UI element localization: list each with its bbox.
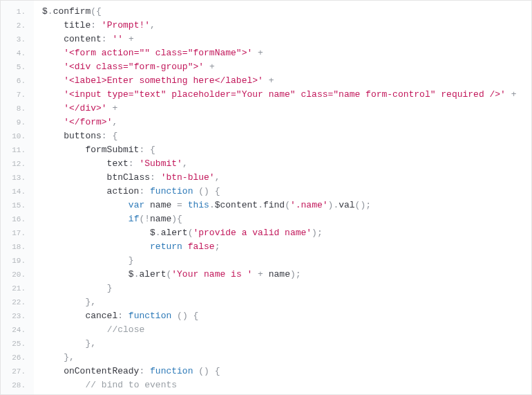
line-number: 12. (1, 157, 34, 171)
token-plain: formSubmit (42, 145, 139, 155)
token-punc: ( (285, 200, 290, 210)
line-number: 5. (1, 60, 34, 74)
token-plain (42, 89, 64, 100)
token-punc: , (150, 20, 155, 30)
token-plain (42, 200, 129, 210)
token-plain: name (150, 214, 171, 224)
line-number: 7. (1, 88, 34, 102)
line-number: 17. (1, 226, 34, 240)
token-str: 'btn-blue' (161, 172, 215, 183)
token-punc: ) (204, 186, 209, 196)
code-line: '<label>Enter something here</label>' + (42, 74, 531, 88)
token-str: '<form action="" class="formName">' (64, 48, 252, 58)
token-plain (42, 48, 64, 58)
line-number: 24. (1, 323, 34, 337)
token-punc: + (129, 34, 134, 44)
token-plain: val (339, 200, 354, 210)
token-plain: action (42, 186, 139, 196)
code-line: // bind to events (42, 378, 531, 392)
token-plain: btnClass (42, 172, 150, 183)
token-punc: + (269, 75, 274, 86)
token-plain: confirm (53, 6, 91, 17)
code-line: onContentReady: function () { (42, 365, 531, 378)
token-punc: ( (198, 366, 204, 376)
code-area[interactable]: $.confirm({ title: 'Prompt!', content: '… (34, 1, 531, 394)
token-punc: ; (317, 228, 323, 238)
token-punc: ; (365, 200, 371, 210)
token-punc: } (107, 283, 113, 293)
token-punc: ) (182, 311, 188, 321)
token-plain: $ (42, 269, 134, 279)
token-plain: $content (215, 200, 258, 210)
token-punc: { (150, 145, 155, 155)
token-plain (42, 297, 85, 307)
token-plain: alert (139, 269, 166, 279)
token-plain (155, 172, 161, 183)
token-plain: $ (42, 6, 48, 17)
token-punc: , (112, 117, 117, 127)
token-punc: ; (296, 269, 301, 279)
token-punc: ) (204, 366, 209, 376)
code-line: '</form>', (42, 116, 531, 129)
token-plain: buttons (42, 131, 102, 141)
line-number: 28. (1, 378, 34, 392)
token-punc: { (112, 131, 117, 141)
code-line: } (42, 282, 531, 295)
token-kw: function (150, 366, 193, 376)
line-number: 18. (1, 240, 34, 254)
token-plain (209, 186, 215, 196)
token-str: '<input type="text" placeholder="Your na… (64, 89, 506, 100)
token-plain: onContentReady (42, 366, 139, 376)
token-punc: , (91, 297, 96, 307)
code-line: formSubmit: { (42, 143, 531, 157)
token-plain (42, 75, 64, 86)
token-str: '</form>' (64, 117, 112, 127)
token-plain (252, 269, 258, 279)
token-punc: ) (312, 228, 317, 238)
token-punc: . (209, 200, 215, 210)
token-str: '.name' (290, 200, 328, 210)
line-number: 10. (1, 129, 34, 143)
token-bool: false (188, 241, 215, 252)
line-number: 6. (1, 74, 34, 88)
token-plain (42, 352, 64, 362)
token-plain (42, 214, 129, 224)
code-line: } (42, 254, 531, 268)
code-line: content: '' + (42, 33, 531, 46)
token-plain (42, 103, 64, 113)
token-plain (182, 200, 188, 210)
line-number: 13. (1, 171, 34, 185)
token-punc: : (91, 20, 96, 30)
token-plain (42, 380, 85, 390)
line-number: 1. (1, 5, 34, 19)
token-plain (144, 145, 150, 155)
code-line: buttons: { (42, 129, 531, 143)
line-number: 11. (1, 143, 34, 157)
token-plain (144, 186, 150, 196)
token-punc: : (129, 158, 134, 169)
line-number: 15. (1, 199, 34, 212)
token-punc: ) (171, 214, 177, 224)
token-punc: ( (177, 311, 182, 321)
token-plain: title (42, 20, 91, 30)
token-punc: { (177, 214, 182, 224)
token-punc: { (215, 186, 220, 196)
token-punc: , (69, 352, 75, 362)
code-line: action: function () { (42, 185, 531, 199)
token-plain (42, 241, 150, 252)
token-punc: ! (144, 214, 150, 224)
token-punc: { (193, 311, 199, 321)
token-punc: , (215, 172, 220, 183)
line-number: 2. (1, 19, 34, 33)
token-kw: if (129, 214, 140, 224)
token-punc: ; (215, 241, 220, 252)
code-line: cancel: function () { (42, 309, 531, 323)
token-punc: } (129, 255, 134, 266)
token-plain (252, 48, 258, 58)
line-number: 19. (1, 254, 34, 268)
token-kw: function (129, 311, 171, 321)
token-punc: + (209, 62, 215, 72)
code-line: '<form action="" class="formName">' + (42, 46, 531, 60)
token-plain (42, 255, 129, 266)
token-plain (42, 117, 64, 127)
